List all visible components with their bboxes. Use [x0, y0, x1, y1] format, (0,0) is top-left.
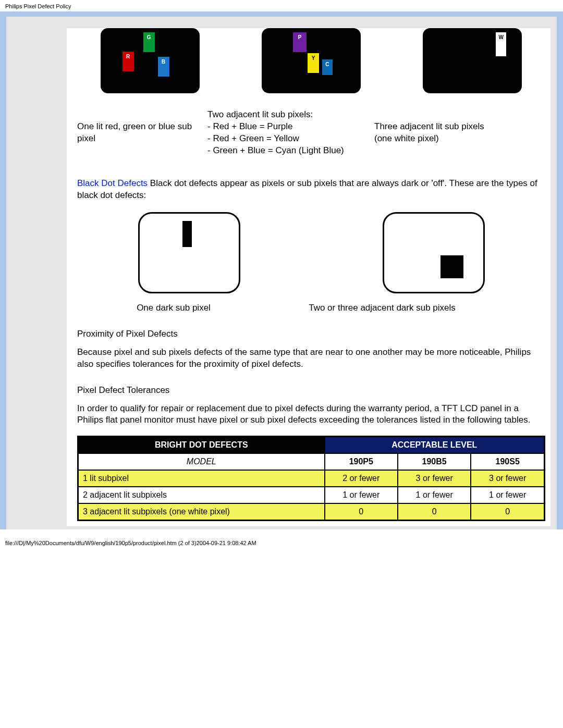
monitor-pyc: P Y C [262, 28, 361, 93]
monitor-white: W [423, 28, 522, 93]
content-column: G R B P Y C W [67, 28, 550, 526]
header-path: Philips Pixel Defect Policy [0, 0, 563, 11]
black-dot-illustration-row [77, 212, 545, 293]
table-cell: 1 or fewer [471, 487, 544, 503]
dark-monitor-single [138, 212, 240, 293]
subpixel-purple: P [293, 32, 307, 52]
proximity-text: Because pixel and sub pixels defects of … [77, 347, 545, 371]
subpixel-yellow: Y [308, 53, 319, 73]
table-cell: 0 [325, 503, 398, 521]
table-cell: 3 or fewer [398, 470, 471, 487]
table-cell: 1 or fewer [325, 487, 398, 503]
subpixel-green: G [143, 32, 155, 52]
outer-frame: G R B P Y C W [0, 11, 563, 529]
dark-subpixel-thin [182, 221, 192, 247]
table-cell: 1 or fewer [398, 487, 471, 503]
table-model-2: 190S5 [471, 453, 544, 470]
bright-dot-captions: One lit red, green or blue sub pixel Two… [77, 109, 545, 157]
subpixel-cyan: C [322, 59, 333, 75]
table-model-label: MODEL [78, 453, 325, 470]
black-dot-term: Black Dot Defects [77, 178, 148, 188]
footer-path: file:///D|/My%20Documents/dfu/W9/english… [0, 529, 563, 557]
monitor-rgb-cell: G R B [77, 28, 223, 93]
black-dot-captions: One dark sub pixel Two or three adjacent… [77, 303, 545, 313]
table-cell: 3 or fewer [471, 470, 544, 487]
caption-two-adjacent-l1: - Red + Blue = Purple [207, 121, 292, 131]
table-model-1: 190B5 [398, 453, 471, 470]
table-header-row: BRIGHT DOT DEFECTS ACCEPTABLE LEVEL [78, 437, 545, 454]
monitor-white-cell: W [400, 28, 545, 93]
dark-subpixel-block [440, 255, 463, 278]
bright-dot-illustration-row: G R B P Y C W [77, 28, 545, 93]
table-cell: 2 or fewer [325, 470, 398, 487]
subpixel-blue: B [158, 57, 169, 77]
section-title-proximity: Proximity of Pixel Defects [77, 329, 545, 339]
caption-three-adjacent: Three adjacent lit sub pixels (one white… [374, 121, 499, 145]
caption-one-dark: One dark sub pixel [77, 303, 270, 313]
subpixel-white: W [496, 32, 506, 56]
table-row: 3 adjacent lit subpixels (one white pixe… [78, 503, 545, 521]
caption-two-adjacent-l2: - Red + Green = Yellow [207, 133, 299, 143]
table-header-right: ACCEPTABLE LEVEL [325, 437, 545, 454]
caption-two-dark: Two or three adjacent dark sub pixels [270, 303, 494, 313]
caption-two-adjacent-l3: - Green + Blue = Cyan (Light Blue) [207, 145, 344, 155]
table-header-left: BRIGHT DOT DEFECTS [78, 437, 325, 454]
table-row: 2 adjacent lit subpixels 1 or fewer 1 or… [78, 487, 545, 503]
black-dot-paragraph: Black Dot Defects Black dot defects appe… [77, 178, 545, 202]
table-model-0: 190P5 [325, 453, 398, 470]
table-row-label: 2 adjacent lit subpixels [78, 487, 325, 503]
table-row-label: 3 adjacent lit subpixels (one white pixe… [78, 503, 325, 521]
table-row-label: 1 lit subpixel [78, 470, 325, 487]
table-cell: 0 [398, 503, 471, 521]
table-row: 1 lit subpixel 2 or fewer 3 or fewer 3 o… [78, 470, 545, 487]
section-title-tolerances: Pixel Defect Tolerances [77, 385, 545, 396]
table-cell: 0 [471, 503, 544, 521]
bright-dot-defects-table: BRIGHT DOT DEFECTS ACCEPTABLE LEVEL MODE… [77, 436, 545, 521]
subpixel-red: R [123, 52, 134, 71]
caption-two-adjacent: Two adjacent lit sub pixels: - Red + Blu… [207, 109, 364, 157]
monitor-pyc-cell: P Y C [238, 28, 384, 93]
dark-monitor-multi [383, 212, 485, 293]
page-body: G R B P Y C W [6, 17, 557, 529]
caption-one-lit: One lit red, green or blue sub pixel [77, 121, 197, 145]
monitor-rgb: G R B [101, 28, 200, 93]
tolerances-text: In order to qualify for repair or replac… [77, 403, 545, 427]
table-model-row: MODEL 190P5 190B5 190S5 [78, 453, 545, 470]
caption-two-adjacent-title: Two adjacent lit sub pixels: [207, 109, 313, 119]
